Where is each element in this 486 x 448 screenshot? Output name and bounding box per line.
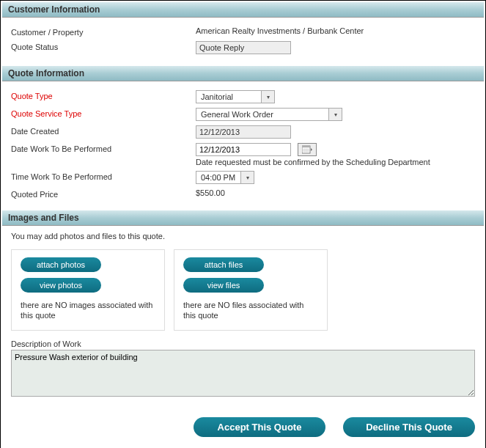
input-date-created: 12/12/2013: [196, 125, 291, 139]
section-body-images-files: You may add photos and files to this quo…: [2, 226, 484, 405]
attach-photos-button[interactable]: attach photos: [21, 257, 101, 272]
input-date-work[interactable]: [196, 143, 291, 156]
photos-column: attach photos view photos there are NO i…: [11, 249, 165, 331]
select-quote-service-type[interactable]: General Work Order: [196, 108, 342, 121]
section-header-quote: Quote Information: [2, 66, 484, 81]
field-date-work: Date Work To Be Performed Date r: [11, 143, 475, 166]
label-date-work: Date Work To Be Performed: [11, 143, 196, 153]
field-quoted-price: Quoted Price $550.00: [11, 188, 475, 199]
images-files-intro: You may add photos and files to this quo…: [11, 230, 475, 246]
label-quoted-price: Quoted Price: [11, 188, 196, 199]
select-time-work[interactable]: 04:00 PM: [196, 171, 254, 184]
section-header-images-files: Images and Files: [2, 210, 484, 226]
files-status: there are NO files associated with this …: [183, 300, 318, 321]
files-row: attach photos view photos there are NO i…: [11, 246, 475, 337]
calendar-icon: [302, 145, 312, 154]
decline-quote-button[interactable]: Decline This Quote: [343, 417, 475, 437]
label-time-work: Time Work To Be Performed: [11, 171, 196, 181]
chevron-down-icon[interactable]: [261, 91, 274, 103]
select-time-work-value: 04:00 PM: [196, 172, 240, 183]
label-quote-service-type: Quote Service Type: [11, 108, 196, 118]
select-quote-type[interactable]: Janitorial: [196, 90, 275, 103]
quote-form: Customer Information Customer / Property…: [0, 0, 486, 448]
accept-quote-button[interactable]: Accept This Quote: [194, 417, 325, 437]
select-quote-service-type-value: General Work Order: [196, 109, 328, 120]
label-description: Description of Work: [11, 337, 475, 350]
field-date-created: Date Created 12/12/2013: [11, 125, 475, 139]
label-quote-status: Quote Status: [11, 41, 196, 51]
attach-files-button[interactable]: attach files: [183, 257, 264, 272]
photos-status: there are NO images associated with this…: [21, 300, 155, 321]
section-body-quote: Quote Type Janitorial Quote Service Type…: [2, 81, 484, 210]
field-quote-type: Quote Type Janitorial: [11, 90, 475, 103]
section-header-customer: Customer Information: [2, 2, 484, 18]
input-quote-status: Quote Reply: [196, 41, 291, 54]
files-column: attach files view files there are NO fil…: [174, 249, 328, 331]
label-quote-type: Quote Type: [11, 90, 196, 100]
calendar-button[interactable]: [298, 143, 317, 156]
svg-rect-1: [302, 146, 310, 147]
view-files-button[interactable]: view files: [183, 278, 264, 293]
helper-date-work: Date requested must be confirmed by the …: [196, 158, 475, 166]
value-customer-property: American Realty Investments / Burbank Ce…: [196, 26, 475, 35]
textarea-description[interactable]: [11, 350, 475, 397]
label-customer-property: Customer / Property: [11, 26, 196, 37]
chevron-down-icon[interactable]: [328, 109, 342, 120]
field-quote-service-type: Quote Service Type General Work Order: [11, 108, 475, 121]
action-row: Accept This Quote Decline This Quote: [2, 405, 484, 447]
select-quote-type-value: Janitorial: [196, 91, 261, 103]
section-body-customer: Customer / Property American Realty Inve…: [2, 18, 484, 66]
field-quote-status: Quote Status Quote Reply: [11, 41, 475, 54]
chevron-down-icon[interactable]: [240, 172, 254, 183]
field-customer-property: Customer / Property American Realty Inve…: [11, 26, 475, 37]
label-date-created: Date Created: [11, 125, 196, 136]
field-time-work: Time Work To Be Performed 04:00 PM: [11, 171, 475, 184]
view-photos-button[interactable]: view photos: [21, 278, 101, 293]
value-quoted-price: $550.00: [196, 188, 475, 197]
